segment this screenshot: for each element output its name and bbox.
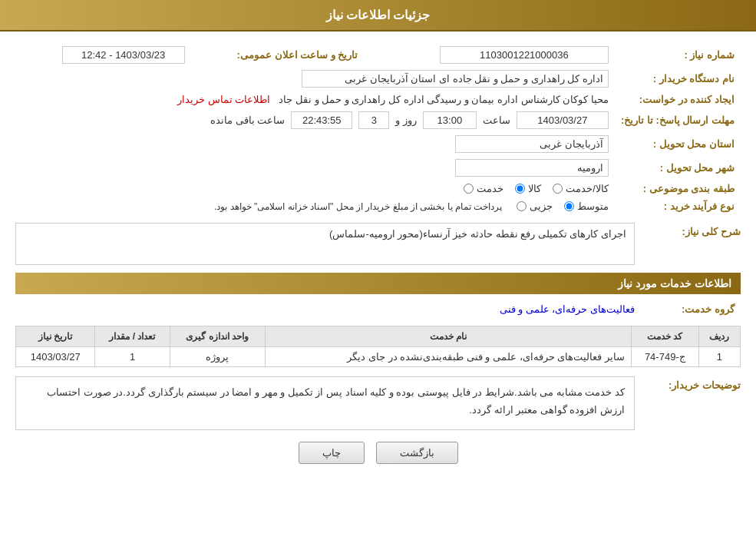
purchase-type-label: نوع فرآیند خرید : bbox=[615, 197, 741, 215]
category-option-service[interactable]: خدمت bbox=[464, 183, 503, 194]
service-info-table: گروه خدمت: فعالیت‌های حرفه‌ای، علمی و فن… bbox=[15, 300, 741, 318]
buyer-name-value: اداره کل راهداری و حمل و نقل جاده ای است… bbox=[302, 70, 609, 88]
cell-unit: پروژه bbox=[170, 347, 265, 367]
col-unit: واحد اندازه گیری bbox=[170, 326, 265, 347]
col-code: کد خدمت bbox=[631, 326, 698, 347]
category-option-goods-label: کالا bbox=[528, 183, 541, 194]
creator-label: ایجاد کننده در خواست: bbox=[615, 91, 741, 108]
col-name: نام خدمت bbox=[265, 326, 631, 347]
buyer-name-label: نام دستگاه خریدار : bbox=[615, 67, 741, 91]
order-number-value: 1103001221000036 bbox=[440, 46, 609, 64]
deadline-time-label: ساعت bbox=[483, 114, 510, 126]
button-row: بازگشت چاپ bbox=[15, 442, 741, 464]
col-date: تاریخ نیاز bbox=[16, 326, 95, 347]
category-option-goods-service[interactable]: کالا/خدمت bbox=[553, 183, 609, 194]
service-group-label: گروه خدمت: bbox=[641, 300, 741, 318]
category-option-service-label: خدمت bbox=[477, 183, 503, 194]
need-desc-label: شرح کلی نیاز: bbox=[641, 223, 741, 237]
purchase-type-minor-label: جزیی bbox=[530, 200, 553, 212]
order-number-label: شماره نیاز : bbox=[615, 43, 741, 67]
cell-date: 1403/03/27 bbox=[16, 347, 95, 367]
category-option-goods[interactable]: کالا bbox=[515, 183, 541, 194]
print-button[interactable]: چاپ bbox=[299, 442, 365, 464]
purchase-type-medium-label: متوسط bbox=[577, 200, 609, 212]
deadline-remaining-label: ساعت باقی مانده bbox=[210, 114, 285, 126]
deadline-days: 3 bbox=[358, 111, 389, 129]
announce-label: تاریخ و ساعت اعلان عمومی: bbox=[191, 43, 365, 67]
deadline-label: مهلت ارسال پاسخ: تا تاریخ: bbox=[615, 108, 741, 132]
services-section-header: اطلاعات خدمات مورد نیاز bbox=[15, 273, 741, 294]
page-wrapper: جزئیات اطلاعات نیاز شماره نیاز : 1103001… bbox=[0, 0, 756, 540]
creator-value: محیا کوکان کارشناس اداره بیمان و رسیدگی … bbox=[279, 94, 609, 105]
category-label: طبقه بندی موضوعی : bbox=[615, 180, 741, 197]
purchase-type-minor[interactable]: جزیی bbox=[517, 200, 553, 212]
category-radio-group: کالا/خدمت کالا خدمت bbox=[464, 183, 609, 194]
cell-count: 1 bbox=[95, 347, 170, 367]
page-title: جزئیات اطلاعات نیاز bbox=[326, 8, 431, 22]
deadline-time: 13:00 bbox=[423, 111, 477, 129]
announce-value: 1403/03/23 - 12:42 bbox=[62, 46, 185, 64]
creator-link[interactable]: اطلاعات تماس خریدار bbox=[177, 94, 270, 105]
table-row: 1 ج-749-74 سایر فعالیت‌های حرفه‌ای، علمی… bbox=[16, 347, 741, 367]
purchase-type-radio-group: متوسط جزیی bbox=[517, 200, 609, 212]
buyer-desc-row: توضیحات خریدار: کد خدمت مشابه می باشد.شر… bbox=[15, 376, 741, 430]
services-data-table: ردیف کد خدمت نام خدمت واحد اندازه گیری ت… bbox=[15, 326, 741, 367]
cell-code: ج-749-74 bbox=[631, 347, 698, 367]
page-header: جزئیات اطلاعات نیاز bbox=[0, 0, 756, 31]
purchase-type-radio-minor[interactable] bbox=[517, 201, 527, 211]
city-label: شهر محل تحویل : bbox=[615, 156, 741, 180]
category-radio-goods[interactable] bbox=[515, 184, 525, 194]
deadline-days-label: روز و bbox=[395, 114, 417, 126]
province-value: آذربایجان غربی bbox=[455, 135, 609, 153]
category-option-goods-service-label: کالا/خدمت bbox=[566, 183, 609, 194]
col-row: ردیف bbox=[698, 326, 740, 347]
deadline-date: 1403/03/27 bbox=[517, 111, 609, 129]
category-radio-goods-service[interactable] bbox=[553, 184, 563, 194]
cell-row: 1 bbox=[698, 347, 740, 367]
deadline-remaining: 22:43:55 bbox=[291, 111, 352, 129]
purchase-notice: پرداخت تمام یا بخشی از مبلغ خریدار از مح… bbox=[214, 201, 502, 212]
buyer-desc-label: توضیحات خریدار: bbox=[641, 376, 741, 391]
cell-name: سایر فعالیت‌های حرفه‌ای، علمی و فنی طبقه… bbox=[265, 347, 631, 367]
content-area: شماره نیاز : 1103001221000036 تاریخ و سا… bbox=[0, 31, 756, 483]
need-desc-value: اجرای کارهای تکمیلی رفع نقطه حادثه خیز آ… bbox=[15, 223, 635, 265]
col-count: تعداد / مقدار bbox=[95, 326, 170, 347]
back-button[interactable]: بازگشت bbox=[376, 442, 458, 464]
info-table: شماره نیاز : 1103001221000036 تاریخ و سا… bbox=[15, 43, 741, 215]
category-radio-service[interactable] bbox=[464, 184, 474, 194]
purchase-type-radio-medium[interactable] bbox=[564, 201, 574, 211]
purchase-type-medium[interactable]: متوسط bbox=[564, 200, 609, 212]
buyer-desc-value: کد خدمت مشابه می باشد.شرایط در فایل پیوس… bbox=[15, 376, 635, 430]
province-label: استان محل تحویل : bbox=[615, 132, 741, 156]
city-value: ارومیه bbox=[455, 159, 609, 177]
need-desc-row: شرح کلی نیاز: اجرای کارهای تکمیلی رفع نق… bbox=[15, 223, 741, 265]
service-group-value[interactable]: فعالیت‌های حرفه‌ای، علمی و فنی bbox=[500, 303, 635, 315]
